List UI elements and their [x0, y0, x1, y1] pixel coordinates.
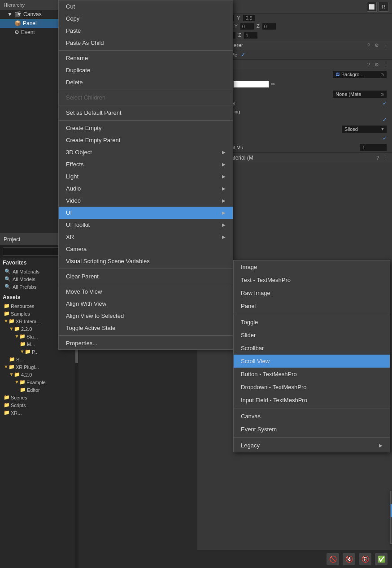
- sep-5: [59, 269, 233, 269]
- pixels-input[interactable]: 1: [360, 144, 387, 151]
- r-button[interactable]: R: [379, 2, 388, 12]
- eyedropper-icon[interactable]: ✏: [271, 81, 275, 87]
- toolbar-icon-2[interactable]: 📵: [359, 553, 371, 565]
- fillcenter-check[interactable]: ✓: [383, 117, 387, 123]
- scroll-track: [75, 323, 78, 568]
- toolbar-icon-0[interactable]: 🚫: [327, 553, 339, 565]
- menu-cut[interactable]: Cut: [59, 0, 233, 13]
- canvas-icon: ▼: [7, 11, 13, 17]
- fill-center-check[interactable]: ✓: [383, 135, 387, 141]
- submenu-text-tmp[interactable]: Text - TextMeshPro: [234, 273, 390, 286]
- asset-editor[interactable]: 📁 Editor: [0, 386, 78, 394]
- menu-xr[interactable]: XR ▶: [59, 231, 233, 243]
- more-icon-2[interactable]: ⋮: [383, 62, 388, 68]
- submenu-panel[interactable]: Panel: [234, 299, 390, 312]
- settings-icon-1[interactable]: ⚙: [375, 43, 379, 48]
- menu-create-empty[interactable]: Create Empty: [59, 122, 233, 134]
- menu-properties[interactable]: Properties...: [59, 337, 233, 349]
- submenu-scroll-view[interactable]: Scroll View: [234, 355, 390, 368]
- material-input[interactable]: None (Mate ⊙: [333, 91, 387, 98]
- rect-button[interactable]: ⬜: [367, 2, 377, 12]
- event-icon: ⚙: [14, 29, 19, 35]
- transparent-check[interactable]: ✓: [241, 52, 245, 58]
- menu-delete[interactable]: Delete: [59, 76, 233, 88]
- more-icon-1[interactable]: ⋮: [383, 43, 388, 48]
- menu-set-default-parent[interactable]: Set as Default Parent: [59, 107, 233, 119]
- menu-effects[interactable]: Effects ▶: [59, 158, 233, 170]
- asset-scenes[interactable]: 📁 Scenes: [0, 394, 78, 401]
- raycast-check[interactable]: ✓: [383, 100, 387, 106]
- sep-3: [59, 105, 233, 105]
- menu-ui-toolkit[interactable]: UI Toolkit ▶: [59, 219, 233, 231]
- sep-1: [59, 50, 233, 51]
- toolbar-icon-1[interactable]: 🔇: [343, 553, 355, 565]
- submenu-legacy[interactable]: Legacy ▶: [234, 439, 390, 452]
- menu-duplicate[interactable]: Duplicate: [59, 64, 233, 76]
- image-source-input[interactable]: 🖼 Backgro... ⊙: [333, 71, 387, 78]
- asset-s[interactable]: 📁 S...: [0, 356, 78, 363]
- menu-select-children: Select Children: [59, 91, 233, 104]
- menu-clear-parent[interactable]: Clear Parent: [59, 270, 233, 282]
- help-icon[interactable]: ?: [367, 43, 370, 48]
- project-title: Project: [4, 236, 20, 243]
- sep-7: [59, 335, 233, 336]
- menu-3d-object[interactable]: 3D Object ▶: [59, 146, 233, 158]
- help-icon-2[interactable]: ?: [367, 62, 370, 67]
- submenu-slider[interactable]: Slider: [234, 329, 390, 342]
- ui-submenu: Image Text - TextMeshPro Raw Image Panel…: [233, 260, 390, 452]
- menu-paste-as-child[interactable]: Paste As Child: [59, 37, 233, 49]
- image-type-dropdown[interactable]: Sliced ▼: [342, 126, 387, 133]
- submenu-scrollbar[interactable]: Scrollbar: [234, 342, 390, 355]
- asset-xr-plugi[interactable]: ▼📁 XR Plugi...: [0, 363, 78, 371]
- menu-camera[interactable]: Camera: [59, 243, 233, 255]
- menu-paste[interactable]: Paste: [59, 25, 233, 37]
- arrow-light: ▶: [222, 174, 226, 179]
- sub-sep-2: [234, 408, 390, 408]
- arrow-ui: ▶: [222, 210, 226, 215]
- asset-scripts[interactable]: 📁 Scripts: [0, 401, 78, 409]
- submenu-canvas[interactable]: Canvas: [234, 410, 390, 423]
- submenu-event-system[interactable]: Event System: [234, 423, 390, 436]
- menu-align-with-view[interactable]: Align With View: [59, 298, 233, 310]
- panel-icon: 📦: [14, 20, 21, 26]
- submenu-image[interactable]: Image: [234, 260, 390, 273]
- sep-6: [59, 284, 233, 284]
- menu-move-to-view[interactable]: Move To View: [59, 286, 233, 298]
- more-icon-3[interactable]: ⋮: [383, 155, 388, 161]
- sub-sep-1: [234, 314, 390, 314]
- color-swatch[interactable]: [233, 81, 269, 88]
- arrow-video: ▶: [222, 198, 226, 203]
- settings-icon-2[interactable]: ⚙: [375, 62, 379, 68]
- bottom-toolbar: 🚫 🔇 📵 ✅: [197, 550, 392, 568]
- menu-audio[interactable]: Audio ▶: [59, 182, 233, 195]
- menu-create-empty-parent[interactable]: Create Empty Parent: [59, 134, 233, 146]
- submenu-dropdown-tmp[interactable]: Dropdown - TextMeshPro: [234, 381, 390, 394]
- menu-ui[interactable]: UI ▶: [59, 207, 233, 219]
- menu-align-view-selected[interactable]: Align View to Selected: [59, 310, 233, 322]
- menu-visual-scripting[interactable]: Visual Scripting Scene Variables: [59, 255, 233, 267]
- arrow-xr: ▶: [222, 234, 226, 239]
- asset-4.2.0[interactable]: ▼📁 4.2.0: [0, 371, 78, 378]
- arrow-ui-toolkit: ▶: [222, 222, 226, 227]
- arrow-3d: ▶: [222, 150, 226, 155]
- submenu-raw-image[interactable]: Raw Image: [234, 286, 390, 299]
- sep-4: [59, 120, 233, 121]
- arrow-legacy: ▶: [379, 443, 383, 448]
- hierarchy-title: Hierarchy: [4, 2, 25, 8]
- submenu-button-tmp[interactable]: Button - TextMeshPro: [234, 368, 390, 381]
- help-icon-3[interactable]: ?: [376, 155, 379, 160]
- asset-xr[interactable]: 📁 XR...: [0, 409, 78, 416]
- menu-copy[interactable]: Copy: [59, 13, 233, 25]
- legacy-submenu: Text Button Dropdown Input Field: [390, 491, 392, 544]
- submenu-toggle[interactable]: Toggle: [234, 316, 390, 329]
- toolbar-icon-3[interactable]: ✅: [375, 553, 388, 565]
- menu-rename[interactable]: Rename: [59, 52, 233, 64]
- asset-example[interactable]: ▼📁 Example: [0, 378, 78, 386]
- sep-2: [59, 90, 233, 90]
- submenu-input-tmp[interactable]: Input Field - TextMeshPro: [234, 394, 390, 407]
- menu-light[interactable]: Light ▶: [59, 170, 233, 182]
- main-context-menu: Cut Copy Paste Paste As Child Rename Dup…: [58, 0, 233, 350]
- arrow-audio: ▶: [222, 186, 226, 191]
- menu-toggle-active[interactable]: Toggle Active State: [59, 322, 233, 334]
- menu-video[interactable]: Video ▶: [59, 195, 233, 207]
